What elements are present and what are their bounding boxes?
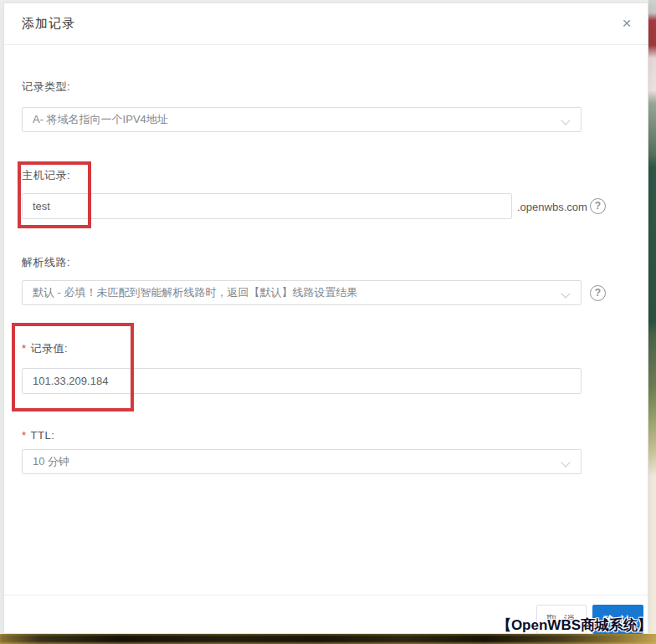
dialog-header: 添加记录 × [4,3,648,45]
footer-divider [4,595,648,595]
background-photo-strip-bottom [0,634,656,644]
line-label: 解析线路: [22,255,70,270]
dialog-title: 添加记录 [22,16,75,32]
highlight-rect-record-value [12,323,134,411]
close-icon[interactable]: × [616,13,638,34]
domain-suffix: .openwbs.com [517,201,587,213]
record-type-select[interactable]: A- 将域名指向一个IPV4地址 [22,107,582,132]
line-value: 默认 - 必填！未匹配到智能解析线路时，返回【默认】线路设置结果 [33,285,556,300]
ttl-select[interactable]: 10 分钟 [22,449,582,474]
add-record-dialog: 添加记录 × 记录类型: A- 将域名指向一个IPV4地址 主机记录: .ope… [3,3,648,634]
chevron-down-icon [562,457,571,466]
ttl-label: *TTL: [22,429,54,442]
required-asterisk: * [22,342,27,355]
record-value-label-text: 记录值: [31,342,69,355]
record-type-value: A- 将域名指向一个IPV4地址 [33,112,556,127]
record-type-label: 记录类型: [22,79,70,95]
background-photo-strip-right [648,0,656,644]
host-record-input[interactable] [22,193,512,219]
ttl-label-text: TTL: [31,429,55,442]
ttl-value: 10 分钟 [33,454,556,469]
cancel-button[interactable]: 取 消 [536,605,587,634]
host-record-label: 主机记录: [22,168,70,183]
confirm-button[interactable]: 确 认 [592,605,643,634]
record-value-label: *记录值: [22,341,68,356]
line-select[interactable]: 默认 - 必填！未匹配到智能解析线路时，返回【默认】线路设置结果 [22,280,582,305]
chevron-down-icon [562,289,571,297]
help-icon[interactable]: ? [590,198,606,214]
record-value-input[interactable] [22,368,582,394]
help-icon[interactable]: ? [590,285,606,301]
chevron-down-icon [562,115,571,124]
required-asterisk: * [22,429,27,442]
